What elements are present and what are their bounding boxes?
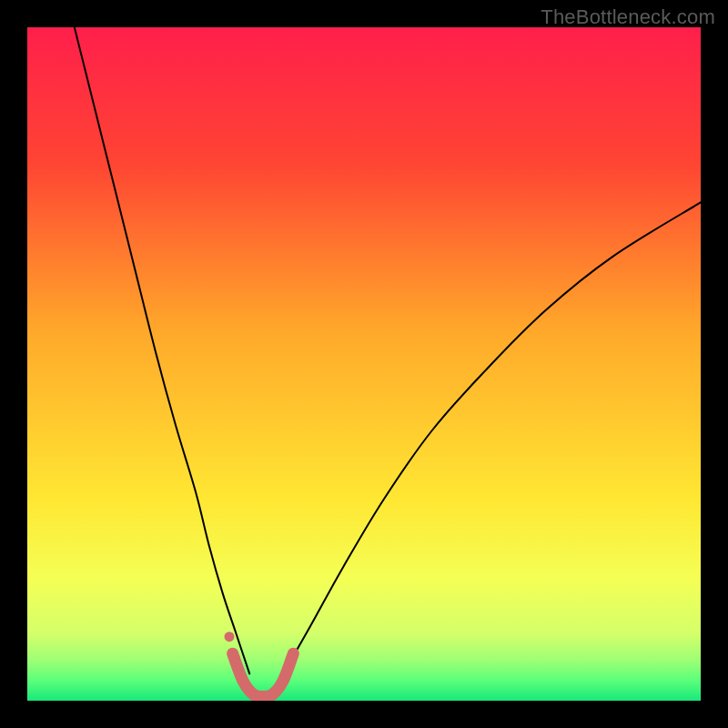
bottleneck-chart xyxy=(27,27,701,701)
watermark-label: TheBottleneck.com xyxy=(541,5,715,29)
marker-left-dot xyxy=(225,632,235,642)
plot-area xyxy=(27,27,701,701)
chart-background xyxy=(27,27,701,701)
chart-frame: TheBottleneck.com xyxy=(0,0,728,728)
